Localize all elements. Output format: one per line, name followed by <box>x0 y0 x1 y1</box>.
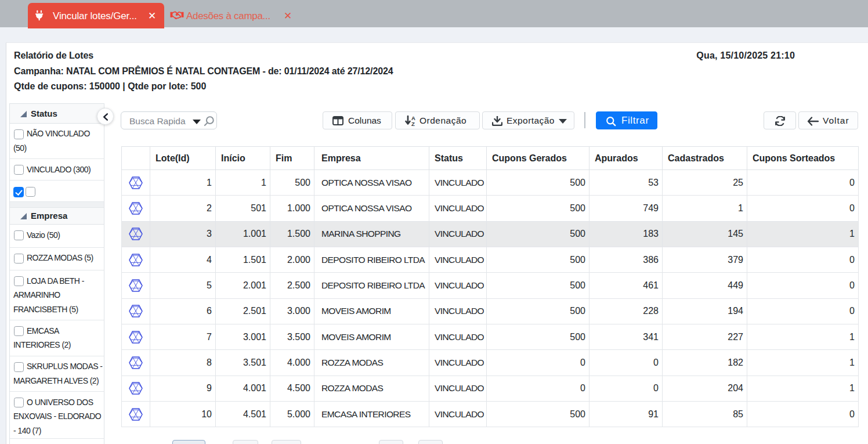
svg-text:Z: Z <box>411 121 415 127</box>
